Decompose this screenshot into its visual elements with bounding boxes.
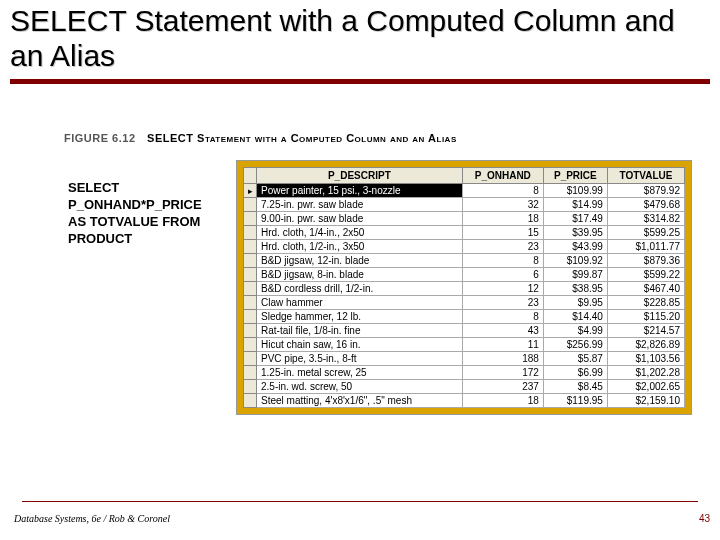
cell-totvalue: $1,011.77: [607, 240, 684, 254]
table-row: Hrd. cloth, 1/4-in., 2x5015$39.95$599.25: [244, 226, 685, 240]
cell-totvalue: $2,002.65: [607, 380, 684, 394]
cell-totvalue: $2,826.89: [607, 338, 684, 352]
cell-descript: PVC pipe, 3.5-in., 8-ft: [257, 352, 463, 366]
cell-totvalue: $599.25: [607, 226, 684, 240]
cell-onhand: 6: [462, 268, 543, 282]
col-header: P_DESCRIPT: [257, 168, 463, 184]
cell-price: $38.95: [543, 282, 607, 296]
row-selector: [244, 226, 257, 240]
row-selector: [244, 282, 257, 296]
cell-onhand: 15: [462, 226, 543, 240]
row-selector: [244, 296, 257, 310]
table-row: Rat-tail file, 1/8-in. fine43$4.99$214.5…: [244, 324, 685, 338]
table-row: Steel matting, 4'x8'x1/6", .5" mesh18$11…: [244, 394, 685, 408]
cell-totvalue: $1,202.28: [607, 366, 684, 380]
cell-totvalue: $1,103.56: [607, 352, 684, 366]
row-selector: [244, 198, 257, 212]
footer-rule: [22, 501, 698, 502]
cell-descript: 2.5-in. wd. screw, 50: [257, 380, 463, 394]
cell-descript: Steel matting, 4'x8'x1/6", .5" mesh: [257, 394, 463, 408]
result-grid-frame: P_DESCRIPT P_ONHAND P_PRICE TOTVALUE Pow…: [236, 160, 692, 415]
sql-statement: SELECT P_ONHAND*P_PRICE AS TOTVALUE FROM…: [68, 180, 202, 248]
cell-onhand: 32: [462, 198, 543, 212]
sql-line: P_ONHAND*P_PRICE: [68, 197, 202, 214]
page-number: 43: [699, 513, 710, 524]
table-row: Power painter, 15 psi., 3-nozzle8$109.99…: [244, 184, 685, 198]
cell-totvalue: $879.92: [607, 184, 684, 198]
cell-price: $6.99: [543, 366, 607, 380]
table-row: Hrd. cloth, 1/2-in., 3x5023$43.99$1,011.…: [244, 240, 685, 254]
cell-descript: Hrd. cloth, 1/2-in., 3x50: [257, 240, 463, 254]
cell-descript: Rat-tail file, 1/8-in. fine: [257, 324, 463, 338]
cell-descript: B&D cordless drill, 1/2-in.: [257, 282, 463, 296]
cell-price: $99.87: [543, 268, 607, 282]
cell-onhand: 12: [462, 282, 543, 296]
row-selector: [244, 366, 257, 380]
footer-text: Database Systems, 6e / Rob & Coronel: [14, 513, 170, 524]
table-row: 1.25-in. metal screw, 25172$6.99$1,202.2…: [244, 366, 685, 380]
table-row: B&D cordless drill, 1/2-in.12$38.95$467.…: [244, 282, 685, 296]
cell-descript: B&D jigsaw, 12-in. blade: [257, 254, 463, 268]
cell-price: $9.95: [543, 296, 607, 310]
cell-totvalue: $599.22: [607, 268, 684, 282]
cell-onhand: 8: [462, 310, 543, 324]
cell-totvalue: $214.57: [607, 324, 684, 338]
table-row: B&D jigsaw, 8-in. blade6$99.87$599.22: [244, 268, 685, 282]
col-header: P_ONHAND: [462, 168, 543, 184]
cell-price: $14.40: [543, 310, 607, 324]
sql-line: AS TOTVALUE FROM: [68, 214, 202, 231]
cell-totvalue: $479.68: [607, 198, 684, 212]
cell-totvalue: $467.40: [607, 282, 684, 296]
figure-label: FIGURE 6.12 SELECT Statement with a Comp…: [64, 132, 457, 144]
row-selector: [244, 254, 257, 268]
figure-caption: SELECT Statement with a Computed Column …: [147, 132, 457, 144]
row-selector: [244, 394, 257, 408]
cell-price: $109.99: [543, 184, 607, 198]
row-selector: [244, 352, 257, 366]
cell-descript: Hicut chain saw, 16 in.: [257, 338, 463, 352]
col-header: TOTVALUE: [607, 168, 684, 184]
cell-descript: Claw hammer: [257, 296, 463, 310]
row-selector: [244, 268, 257, 282]
cell-onhand: 43: [462, 324, 543, 338]
cell-totvalue: $314.82: [607, 212, 684, 226]
table-row: PVC pipe, 3.5-in., 8-ft188$5.87$1,103.56: [244, 352, 685, 366]
cell-onhand: 237: [462, 380, 543, 394]
cell-totvalue: $879.36: [607, 254, 684, 268]
figure-number: FIGURE 6.12: [64, 132, 144, 144]
row-selector: [244, 310, 257, 324]
cell-descript: 9.00-in. pwr. saw blade: [257, 212, 463, 226]
cell-descript: 1.25-in. metal screw, 25: [257, 366, 463, 380]
row-selector: [244, 338, 257, 352]
title-rule: [10, 79, 710, 84]
result-grid: P_DESCRIPT P_ONHAND P_PRICE TOTVALUE Pow…: [243, 167, 685, 408]
cell-price: $43.99: [543, 240, 607, 254]
slide-title: SELECT Statement with a Computed Column …: [0, 0, 720, 73]
table-row: 7.25-in. pwr. saw blade32$14.99$479.68: [244, 198, 685, 212]
cell-descript: Sledge hammer, 12 lb.: [257, 310, 463, 324]
cell-price: $256.99: [543, 338, 607, 352]
cell-price: $39.95: [543, 226, 607, 240]
row-selector-head: [244, 168, 257, 184]
table-row: 9.00-in. pwr. saw blade18$17.49$314.82: [244, 212, 685, 226]
cell-onhand: 11: [462, 338, 543, 352]
cell-onhand: 23: [462, 240, 543, 254]
cell-totvalue: $228.85: [607, 296, 684, 310]
row-selector: [244, 212, 257, 226]
cell-price: $8.45: [543, 380, 607, 394]
slide: SELECT Statement with a Computed Column …: [0, 0, 720, 540]
cell-onhand: 172: [462, 366, 543, 380]
cell-onhand: 18: [462, 212, 543, 226]
cell-onhand: 23: [462, 296, 543, 310]
table-row: B&D jigsaw, 12-in. blade8$109.92$879.36: [244, 254, 685, 268]
col-header: P_PRICE: [543, 168, 607, 184]
row-selector: [244, 184, 257, 198]
table-row: 2.5-in. wd. screw, 50237$8.45$2,002.65: [244, 380, 685, 394]
cell-price: $5.87: [543, 352, 607, 366]
cell-onhand: 8: [462, 254, 543, 268]
cell-descript: B&D jigsaw, 8-in. blade: [257, 268, 463, 282]
cell-price: $17.49: [543, 212, 607, 226]
cell-descript: 7.25-in. pwr. saw blade: [257, 198, 463, 212]
cell-price: $14.99: [543, 198, 607, 212]
table-row: Sledge hammer, 12 lb.8$14.40$115.20: [244, 310, 685, 324]
